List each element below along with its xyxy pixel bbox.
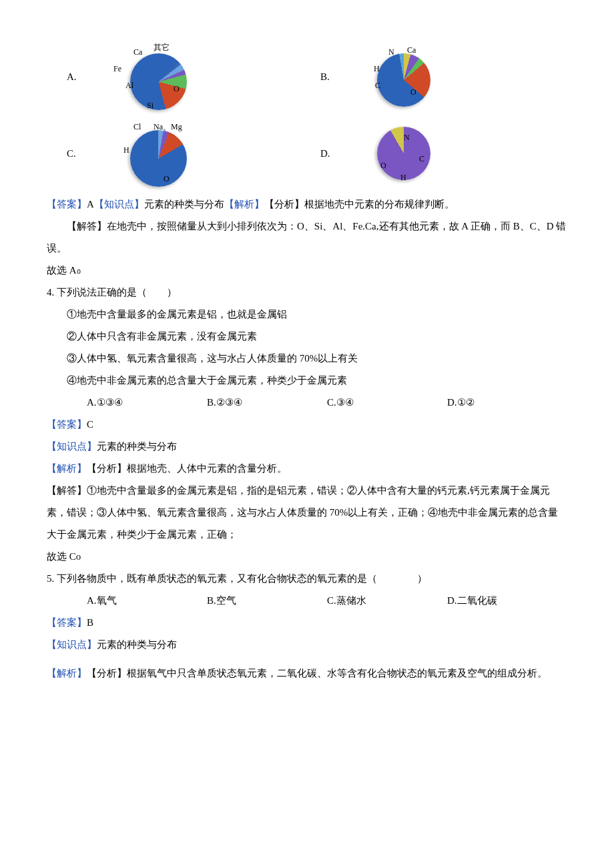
- q5-choices-row: A.氧气 B.空气 C.蒸储水 D.二氧化碳: [47, 590, 567, 612]
- pie-c-label-cl: Cl: [133, 118, 141, 135]
- q4-choice-c: C.③④: [327, 392, 447, 414]
- q4-s4: ④地壳中非金属元素的总含量大于金属元素，种类少于金属元素: [47, 370, 567, 392]
- q3-kp-value: 元素的种类与分布: [144, 199, 224, 209]
- q4-analysis-line: 【解析】【分析】根据地壳、人体中元素的含量分析。: [47, 458, 567, 480]
- q4-s1: ①地壳中含量最多的金属元素是铝，也就是金属铝: [47, 304, 567, 326]
- pie-a-label-o: O: [174, 80, 180, 97]
- pie-chart-b: N Ca H C O: [347, 47, 447, 107]
- q5-kp-line: 【知识点】元素的种类与分布: [47, 634, 567, 656]
- q5-answer-line: 【答案】B: [47, 612, 567, 634]
- pie-b-label-ca: Ca: [407, 41, 416, 59]
- option-b-label: B.: [300, 66, 347, 88]
- option-c-label: C.: [47, 143, 93, 165]
- option-c-cell: C. Cl Na、Mg H O: [47, 120, 300, 187]
- option-b-cell: B. N Ca H C O: [300, 47, 447, 107]
- pie-a-label-al: Al: [125, 77, 133, 94]
- pie-a-label-other: 其它: [154, 39, 170, 56]
- option-d-cell: D. N C H O: [300, 123, 447, 183]
- pie-chart-a: 其它 Ca Fe Al Si O: [93, 40, 207, 113]
- pie-d-label-h: H: [400, 169, 406, 186]
- q5-analysis-label: 【解析】: [47, 668, 87, 679]
- q3-analysis-label: 【解析】: [224, 199, 264, 209]
- q4-s2: ②人体中只含有非金属元素，没有金属元素: [47, 326, 567, 348]
- pie-d-label-n: N: [404, 129, 410, 146]
- pie-b-label-h: H: [374, 60, 380, 77]
- pie-b-circle: [377, 53, 430, 107]
- q4-solve: 【解答】①地壳中含量最多的金属元素是铝，指的是铝元素，错误；②人体中含有大量的钙…: [47, 480, 567, 546]
- pie-c-label-o: O: [164, 170, 170, 187]
- pie-chart-c: Cl Na、Mg H O: [93, 120, 207, 187]
- option-a-cell: A. 其它 Ca Fe Al Si O: [47, 40, 300, 113]
- q3-therefore: 故选 A₀: [47, 260, 567, 282]
- q4-answer-line: 【答案】C: [47, 414, 567, 436]
- q4-therefore: 故选 Co: [47, 546, 567, 568]
- q4-answer-value: C: [87, 419, 93, 430]
- q4-stem: 4. 下列说法正确的是（ ）: [47, 282, 567, 304]
- q5-kp-label: 【知识点】: [47, 639, 97, 650]
- q5-choice-a: A.氧气: [87, 590, 207, 612]
- pie-d-label-c: C: [419, 150, 424, 167]
- q3-answer-value: A: [87, 199, 94, 209]
- q5-choice-c: C.蒸储水: [327, 590, 447, 612]
- q3-answer-line: 【答案】A【知识点】元素的种类与分布【解析】【分析】根据地壳中元素的分布规律判断…: [47, 193, 567, 215]
- q5-choice-b: B.空气: [207, 590, 327, 612]
- pie-b-label-c: C: [375, 77, 380, 94]
- pie-c-circle: [130, 130, 187, 187]
- option-a-label: A.: [47, 66, 93, 88]
- pie-b-label-n: N: [388, 43, 394, 61]
- q3-solve: 【解答】在地壳中，按照储量从大到小排列依次为：O、Si、Al、Fe.Ca,还有其…: [47, 215, 567, 260]
- q4-choices-row: A.①③④ B.②③④ C.③④ D.①②: [47, 392, 567, 414]
- pie-a-label-ca: Ca: [133, 43, 142, 61]
- q4-choice-d: D.①②: [447, 392, 567, 414]
- q4-choice-b: B.②③④: [207, 392, 327, 414]
- pie-c-label-h: H: [123, 141, 129, 159]
- q5-answer-value: B: [87, 617, 93, 628]
- pie-c-label-namg: Na、Mg: [154, 118, 182, 135]
- option-row-ab: A. 其它 Ca Fe Al Si O B. N Ca H C O: [47, 40, 567, 113]
- q5-stem: 5. 下列各物质中，既有单质状态的氧元素，又有化合物状态的氧元素的是（ ）: [47, 568, 567, 590]
- q4-choice-a: A.①③④: [87, 392, 207, 414]
- option-d-label: D.: [300, 143, 347, 165]
- q4-s3: ③人体中氢、氧元素含量很高，这与水占人体质量的 70%以上有关: [47, 348, 567, 370]
- q4-kp-line: 【知识点】元素的种类与分布: [47, 436, 567, 458]
- q5-analysis-line: 【解析】【分析】根据氧气中只含单质状态氧元素，二氧化碳、水等含有化合物状态的氧元…: [47, 663, 567, 685]
- pie-chart-d: N C H O: [347, 123, 447, 183]
- q4-kp-label: 【知识点】: [47, 441, 97, 452]
- q5-answer-label: 【答案】: [47, 617, 87, 628]
- q5-choice-d: D.二氧化碳: [447, 590, 567, 612]
- q5-kp-value: 元素的种类与分布: [97, 639, 177, 650]
- q3-analysis-value: 【分析】根据地壳中元素的分布规律判断。: [264, 199, 454, 209]
- option-row-cd: C. Cl Na、Mg H O D. N C H O: [47, 120, 567, 187]
- q4-answer-label: 【答案】: [47, 419, 87, 430]
- q5-analysis-value: 【分析】根据氧气中只含单质状态氧元素，二氧化碳、水等含有化合物状态的氧元素及空气…: [87, 668, 547, 679]
- q4-analysis-label: 【解析】: [47, 463, 87, 474]
- q3-answer-label: 【答案】: [47, 199, 87, 209]
- q4-analysis-value: 【分析】根据地壳、人体中元素的含量分析。: [87, 463, 287, 474]
- pie-a-label-fe: Fe: [113, 60, 121, 77]
- pie-d-label-o: O: [380, 157, 386, 174]
- pie-b-label-o: O: [410, 83, 416, 101]
- q3-kp-label: 【知识点】: [94, 199, 144, 209]
- pie-a-label-si: Si: [147, 97, 154, 114]
- q4-kp-value: 元素的种类与分布: [97, 441, 177, 452]
